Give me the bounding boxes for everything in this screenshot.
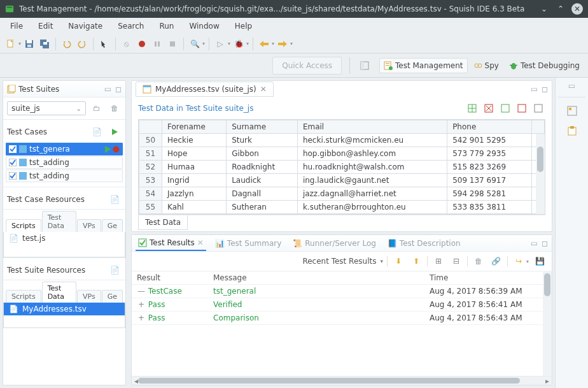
tab-test-results[interactable]: Test Results ✕ (136, 236, 206, 251)
data-grid[interactable]: Forename Surname Email Phone 50 Heckie S… (138, 119, 545, 215)
back-button[interactable] (257, 37, 271, 51)
menu-help[interactable]: Help (228, 19, 258, 33)
menu-window[interactable]: Window (183, 19, 225, 33)
tab-vps[interactable]: VPs (77, 290, 101, 303)
cell-phone[interactable]: 594 298 5281 (447, 187, 532, 201)
tab-scripts[interactable]: Scripts (6, 219, 41, 232)
cell-surname[interactable]: Laudick (227, 174, 298, 187)
minimize-button[interactable]: ⌄ (538, 3, 550, 15)
col-email[interactable]: Email (297, 120, 447, 134)
suite-tool-2[interactable]: 🗑 (108, 101, 122, 115)
col-forename[interactable]: Forename (162, 120, 227, 134)
col-surname[interactable]: Surname (227, 120, 298, 134)
table-row[interactable]: 54 Jazzlyn Dagnall jazz.dagnall@harriet.… (139, 187, 545, 201)
col-phone[interactable]: Phone (447, 120, 532, 134)
table-row[interactable]: 50 Heckie Sturk hecki.sturk@mcmicken.eu … (139, 134, 545, 147)
record-icon[interactable] (113, 146, 120, 153)
close-button[interactable]: ✕ (571, 3, 583, 15)
expander-icon[interactable]: — (137, 287, 146, 296)
scroll-right-arrow[interactable]: ▸ (543, 377, 552, 385)
suite-tool-1[interactable]: 🗀 (90, 101, 104, 115)
close-tab-icon[interactable]: ✕ (197, 238, 204, 247)
tab-vps[interactable]: VPs (77, 219, 101, 232)
chevron-down-icon[interactable]: ▾ (380, 258, 383, 264)
editor-tab[interactable]: MyAddresses.tsv (suite_js) ✕ (136, 82, 274, 97)
cell-email[interactable]: hecki.sturk@mcmicken.eu (297, 134, 447, 147)
dropdown-arrow-icon[interactable]: ▾ (246, 41, 249, 47)
undo-icon[interactable] (60, 37, 74, 51)
link-button[interactable]: 🔗 (489, 254, 503, 268)
dropdown-arrow-icon[interactable]: ▾ (18, 41, 21, 47)
perspective-spy[interactable]: Spy (469, 58, 503, 73)
cell-forename[interactable]: Humaa (162, 161, 227, 174)
minimize-view-button[interactable]: ▭ (104, 85, 111, 94)
cell-phone[interactable]: 573 779 2935 (447, 147, 532, 161)
menu-run[interactable]: Run (153, 19, 180, 33)
record-button[interactable] (135, 37, 149, 51)
close-tab-icon[interactable]: ✕ (260, 85, 267, 94)
outline-icon[interactable] (565, 104, 579, 118)
col-message[interactable]: Message (208, 271, 424, 285)
cell-phone[interactable]: 509 137 6917 (447, 174, 532, 187)
expander-icon[interactable]: + (137, 300, 146, 309)
run-config-button[interactable]: ▷ (213, 37, 227, 51)
file-item[interactable]: 📄 test.js (4, 232, 125, 245)
restore-view-icon[interactable]: ▭ (568, 82, 575, 90)
cell-surname[interactable]: Roadknight (227, 161, 298, 174)
col-result[interactable]: Result (132, 271, 208, 285)
table-row[interactable]: 52 Humaa Roadknight hu.roadknight@walsh.… (139, 161, 545, 174)
result-row[interactable]: — TestCase tst_general Aug 4, 2017 8:56:… (132, 285, 552, 298)
pause-button[interactable] (150, 37, 164, 51)
clipboard-icon[interactable] (565, 124, 579, 138)
menu-navigate[interactable]: Navigate (62, 19, 109, 33)
export-button[interactable]: ↪ (512, 254, 526, 268)
save-all-button[interactable] (38, 37, 52, 51)
redo-icon[interactable] (75, 37, 89, 51)
cell-email[interactable]: hop.gibbon@ashley.com (297, 147, 447, 161)
up-arrow-button[interactable]: ⬆ (409, 254, 423, 268)
tab-test-data[interactable]: Test Data (42, 211, 76, 232)
vertical-scrollbar[interactable] (536, 134, 545, 214)
maximize-button[interactable]: ⌃ (555, 3, 566, 15)
table-tool-1[interactable] (465, 101, 479, 115)
dropdown-arrow-icon[interactable]: ▾ (202, 41, 205, 47)
cell-email[interactable]: k.sutheran@brroughton.eu (297, 201, 447, 214)
save-button[interactable] (22, 37, 36, 51)
suite-select[interactable]: suite_js ⌄ (7, 101, 86, 115)
checkbox-icon[interactable] (9, 172, 17, 180)
result-row[interactable]: + Pass Verified Aug 4, 2017 8:56:41 AM (132, 298, 552, 312)
scrollbar-thumb[interactable] (544, 273, 550, 296)
tab-more[interactable]: Ge (102, 219, 123, 232)
tab-more[interactable]: Ge (102, 290, 123, 303)
expand-all-button[interactable]: ⊞ (431, 254, 445, 268)
filter-button[interactable]: 🗑 (472, 254, 486, 268)
file-item[interactable]: 📄 MyAddresses.tsv (4, 303, 125, 315)
scrollbar-thumb[interactable] (537, 147, 543, 172)
dropdown-arrow-icon[interactable]: ▾ (272, 41, 274, 47)
cell-surname[interactable]: Sturk (227, 134, 298, 147)
down-arrow-button[interactable]: ⬇ (391, 254, 405, 268)
forward-button[interactable] (276, 37, 290, 51)
test-case-item[interactable]: tst_adding (6, 156, 123, 169)
cell-forename[interactable]: Ingrid (162, 174, 227, 187)
minimize-view-button[interactable]: ▭ (531, 239, 538, 248)
result-row[interactable]: + Pass Comparison Aug 4, 2017 8:56:43 AM (132, 312, 552, 325)
dropdown-arrow-icon[interactable]: ▾ (290, 41, 293, 47)
new-resource-button[interactable]: 📄 (108, 263, 122, 277)
results-table[interactable]: Result Message Time — TestCase tst_gener… (132, 271, 552, 325)
scrollbar-thumb[interactable] (138, 378, 520, 384)
cell-phone[interactable]: 542 901 5295 (447, 134, 532, 147)
menu-file[interactable]: File (4, 19, 29, 33)
pick-icon[interactable] (97, 37, 111, 51)
test-case-item[interactable]: tst_genera (6, 143, 123, 155)
cell-surname[interactable]: Dagnall (227, 187, 298, 201)
perspective-test-debugging[interactable]: Test Debugging (505, 58, 584, 73)
col-time[interactable]: Time (424, 271, 552, 285)
cell-phone[interactable]: 515 823 3269 (447, 161, 532, 174)
recent-results-label[interactable]: Recent Test Results (302, 257, 376, 266)
new-testcase-button[interactable]: 📄 (90, 125, 104, 139)
checkbox-icon[interactable] (9, 145, 17, 153)
open-perspective-button[interactable] (358, 59, 372, 73)
cell-forename[interactable]: Heckie (162, 134, 227, 147)
maximize-view-button[interactable]: ◻ (542, 85, 548, 94)
